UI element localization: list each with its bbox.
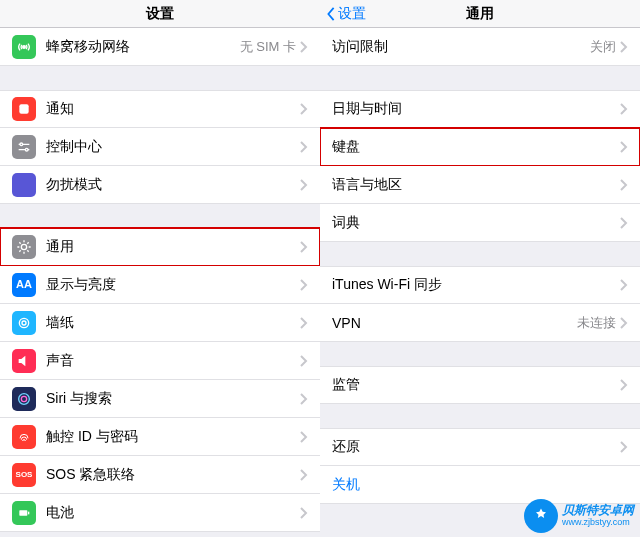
chevron-right-icon	[620, 179, 628, 191]
row-label: SOS 紧急联络	[46, 466, 300, 484]
chevron-right-icon	[620, 141, 628, 153]
row-datetime[interactable]: 日期与时间	[320, 90, 640, 128]
row-notifications[interactable]: 通知	[0, 90, 320, 128]
settings-screen: 设置 蜂窝移动网络 无 SIM 卡 通知 控制中心 勿扰模式	[0, 0, 320, 537]
chevron-right-icon	[300, 103, 308, 115]
chevron-right-icon	[300, 317, 308, 329]
row-value: 无 SIM 卡	[240, 38, 296, 56]
row-label: 还原	[332, 438, 620, 456]
chevron-right-icon	[300, 241, 308, 253]
row-do-not-disturb[interactable]: 勿扰模式	[0, 166, 320, 204]
svg-rect-10	[28, 511, 29, 514]
nav-title-left: 设置	[146, 5, 174, 23]
row-label: 语言与地区	[332, 176, 620, 194]
row-label: 墙纸	[46, 314, 300, 332]
chevron-right-icon	[300, 141, 308, 153]
row-label: 显示与亮度	[46, 276, 300, 294]
svg-point-6	[22, 321, 26, 325]
row-label: 关机	[332, 476, 628, 494]
row-label: VPN	[332, 315, 577, 331]
chevron-right-icon	[620, 317, 628, 329]
nav-bar-left: 设置	[0, 0, 320, 28]
row-regulatory[interactable]: 监管	[320, 366, 640, 404]
row-label: 触控 ID 与密码	[46, 428, 300, 446]
nav-title-right: 通用	[466, 5, 494, 23]
row-label: 控制中心	[46, 138, 300, 156]
row-sound[interactable]: 声音	[0, 342, 320, 380]
fingerprint-icon	[12, 425, 36, 449]
row-display[interactable]: AA 显示与亮度	[0, 266, 320, 304]
svg-rect-1	[19, 104, 28, 113]
chevron-right-icon	[300, 279, 308, 291]
watermark-url: www.zjbstyy.com	[562, 518, 634, 528]
row-value: 未连接	[577, 314, 616, 332]
chevron-right-icon	[620, 441, 628, 453]
svg-point-0	[23, 45, 26, 48]
row-siri[interactable]: Siri 与搜索	[0, 380, 320, 418]
gear-icon	[12, 235, 36, 259]
siri-icon	[12, 387, 36, 411]
row-restrictions[interactable]: 访问限制 关闭	[320, 28, 640, 66]
row-label: 键盘	[332, 138, 620, 156]
watermark-logo-icon	[524, 499, 558, 533]
row-control-center[interactable]: 控制中心	[0, 128, 320, 166]
display-icon: AA	[12, 273, 36, 297]
svg-point-8	[21, 396, 26, 401]
battery-icon	[12, 501, 36, 525]
chevron-right-icon	[300, 355, 308, 367]
row-vpn[interactable]: VPN 未连接	[320, 304, 640, 342]
svg-point-4	[21, 244, 26, 249]
chevron-right-icon	[620, 279, 628, 291]
row-itunes-sync[interactable]: iTunes Wi-Fi 同步	[320, 266, 640, 304]
row-reset[interactable]: 还原	[320, 428, 640, 466]
notifications-icon	[12, 97, 36, 121]
row-wallpaper[interactable]: 墙纸	[0, 304, 320, 342]
row-label: 日期与时间	[332, 100, 620, 118]
svg-point-2	[20, 143, 23, 146]
row-label: Siri 与搜索	[46, 390, 300, 408]
back-label: 设置	[338, 5, 366, 23]
chevron-right-icon	[300, 41, 308, 53]
row-keyboard[interactable]: 键盘	[320, 128, 640, 166]
chevron-right-icon	[300, 179, 308, 191]
control-center-icon	[12, 135, 36, 159]
watermark: 贝斯特安卓网 www.zjbstyy.com	[524, 499, 634, 533]
chevron-right-icon	[300, 507, 308, 519]
row-label: 通知	[46, 100, 300, 118]
row-label: 通用	[46, 238, 300, 256]
row-label: 蜂窝移动网络	[46, 38, 240, 56]
row-label: 监管	[332, 376, 620, 394]
row-dictionary[interactable]: 词典	[320, 204, 640, 242]
svg-point-3	[25, 148, 28, 151]
wallpaper-icon	[12, 311, 36, 335]
chevron-right-icon	[300, 469, 308, 481]
row-battery[interactable]: 电池	[0, 494, 320, 532]
row-language[interactable]: 语言与地区	[320, 166, 640, 204]
chevron-right-icon	[300, 431, 308, 443]
row-label: 勿扰模式	[46, 176, 300, 194]
sos-icon: SOS	[12, 463, 36, 487]
chevron-right-icon	[300, 393, 308, 405]
row-general[interactable]: 通用	[0, 228, 320, 266]
row-touchid[interactable]: 触控 ID 与密码	[0, 418, 320, 456]
row-label: 声音	[46, 352, 300, 370]
row-label: 电池	[46, 504, 300, 522]
row-cellular[interactable]: 蜂窝移动网络 无 SIM 卡	[0, 28, 320, 66]
speaker-icon	[12, 349, 36, 373]
row-value: 关闭	[590, 38, 616, 56]
svg-point-5	[19, 318, 28, 327]
svg-point-7	[19, 393, 30, 404]
general-screen: 设置 通用 访问限制 关闭 日期与时间 键盘 语言与地区 词典 iTunes W…	[320, 0, 640, 537]
chevron-right-icon	[620, 379, 628, 391]
chevron-right-icon	[620, 103, 628, 115]
moon-icon	[12, 173, 36, 197]
cellular-icon	[12, 35, 36, 59]
row-label: 词典	[332, 214, 620, 232]
nav-bar-right: 设置 通用	[320, 0, 640, 28]
row-sos[interactable]: SOS SOS 紧急联络	[0, 456, 320, 494]
row-label: 访问限制	[332, 38, 590, 56]
watermark-name: 贝斯特安卓网	[562, 504, 634, 517]
back-button[interactable]: 设置	[326, 0, 366, 28]
chevron-right-icon	[620, 217, 628, 229]
chevron-right-icon	[620, 41, 628, 53]
